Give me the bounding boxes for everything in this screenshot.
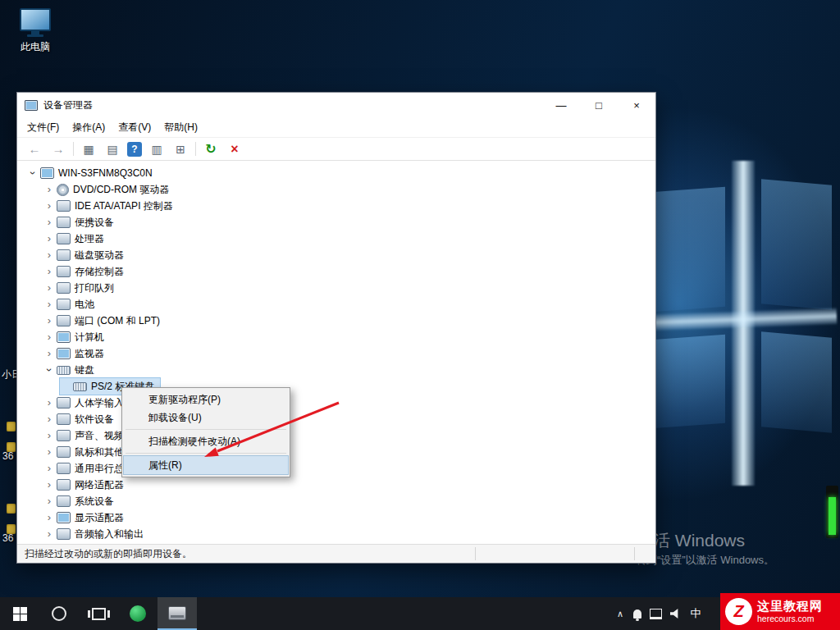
tree-item-display[interactable]: 显示适配器	[43, 509, 130, 526]
chevron-right-icon[interactable]	[43, 345, 55, 362]
tree-item-battery[interactable]: 电池	[43, 296, 100, 313]
tree-item-keyboard[interactable]: 键盘	[43, 362, 100, 378]
wallpaper-pane	[761, 179, 832, 310]
status-text: 扫描经过改动的或新的即插即用设备。	[25, 547, 192, 561]
tree-item-label: 端口 (COM 和 LPT)	[75, 314, 160, 328]
chevron-right-icon[interactable]	[43, 181, 55, 198]
tree-item-audio[interactable]: 音频输入和输出	[43, 526, 149, 542]
search-button[interactable]	[39, 597, 79, 630]
chevron-right-icon[interactable]	[43, 263, 55, 280]
tree-item-computer-root[interactable]: WIN-S3FNM8Q3C0N	[27, 165, 158, 181]
chevron-right-icon[interactable]	[43, 280, 55, 296]
desktop-icon-fragment[interactable]	[7, 422, 16, 431]
monitor-icon	[57, 348, 71, 359]
back-icon[interactable]: ←	[25, 140, 43, 158]
context-item-scan-changes[interactable]: 扫描检测硬件改动(A)	[124, 432, 288, 450]
chevron-down-icon[interactable]	[25, 167, 41, 179]
tree-item-network[interactable]: 网络适配器	[43, 477, 130, 493]
chevron-right-icon[interactable]	[43, 427, 55, 444]
chevron-right-icon[interactable]	[43, 411, 55, 427]
tree-item-label: 网络适配器	[75, 478, 124, 492]
desktop-icon-this-pc[interactable]: 此电脑	[7, 8, 64, 54]
tree-item-disk[interactable]: 磁盘驱动器	[43, 247, 130, 263]
tree-item-label: 系统设备	[75, 495, 114, 509]
chevron-right-icon[interactable]	[43, 444, 55, 460]
tree-item-system[interactable]: 系统设备	[43, 493, 120, 509]
tree-item-software-devices[interactable]: 软件设备	[43, 411, 120, 427]
ports-icon	[57, 315, 71, 326]
chevron-right-icon[interactable]	[43, 526, 55, 542]
device-manager-taskbar-button[interactable]	[158, 597, 197, 630]
pinned-app-button[interactable]	[118, 597, 158, 630]
tree-item-ports[interactable]: 端口 (COM 和 LPT)	[43, 313, 166, 329]
context-item-update-driver[interactable]: 更新驱动程序(P)	[124, 390, 288, 409]
usb-icon	[57, 463, 71, 474]
chevron-right-icon[interactable]	[43, 477, 55, 493]
desktop-icon-fragment[interactable]	[7, 504, 16, 514]
tree-item-storage[interactable]: 存储控制器	[43, 263, 130, 280]
context-item-uninstall-device[interactable]: 卸载设备(U)	[124, 409, 288, 427]
chevron-right-icon[interactable]	[43, 313, 55, 329]
tree-item-label: IDE ATA/ATAPI 控制器	[75, 199, 173, 213]
tree-item-processor[interactable]: 处理器	[43, 231, 110, 247]
minimize-button[interactable]: —	[542, 93, 580, 118]
show-hidden-icons-chevron[interactable]: ∧	[615, 609, 625, 619]
scan-hardware-icon[interactable]: ⊞	[171, 140, 189, 158]
network-icon[interactable]	[650, 609, 662, 619]
tree-item-ide[interactable]: IDE ATA/ATAPI 控制器	[43, 198, 179, 214]
hid-icon	[57, 397, 71, 409]
tree-item-label: 电池	[75, 298, 94, 312]
help-icon[interactable]: ?	[127, 142, 142, 157]
notification-bell-icon[interactable]	[633, 609, 641, 619]
chevron-right-icon[interactable]	[43, 214, 55, 231]
tree-item-label: 处理器	[75, 232, 104, 246]
context-menu-separator	[126, 453, 286, 454]
site-watermark-name: 这里教程网	[757, 599, 823, 614]
display-adapter-icon	[57, 512, 71, 523]
tree-item-monitor[interactable]: 监视器	[43, 345, 110, 362]
site-watermark: Z 这里教程网 herecours.com	[720, 593, 840, 630]
input-method-indicator[interactable]: 中	[689, 606, 702, 621]
task-view-icon	[92, 608, 106, 620]
tree-item-label: DVD/CD-ROM 驱动器	[73, 183, 169, 197]
forward-icon[interactable]: →	[49, 140, 67, 158]
tree-item-portable[interactable]: 便携设备	[43, 214, 120, 231]
green-level-indicator	[826, 486, 838, 538]
status-divider	[634, 547, 635, 560]
start-button[interactable]	[0, 597, 39, 630]
computer-icon-base	[27, 34, 43, 37]
tree-item-label: 存储控制器	[75, 265, 124, 279]
properties-icon[interactable]: ▤	[103, 140, 121, 158]
chevron-right-icon[interactable]	[43, 231, 55, 247]
menu-help[interactable]: 帮助(H)	[158, 118, 204, 137]
chevron-right-icon[interactable]	[43, 493, 55, 509]
chevron-right-icon[interactable]	[43, 395, 55, 411]
software-device-icon	[57, 413, 71, 425]
chevron-right-icon[interactable]	[43, 329, 55, 345]
chevron-right-icon[interactable]	[43, 460, 55, 477]
console-tree-icon[interactable]: ▦	[80, 140, 98, 158]
printer-icon	[57, 282, 71, 294]
tree-item-print-queue[interactable]: 打印队列	[43, 280, 120, 296]
close-button[interactable]: ×	[618, 93, 655, 118]
menu-view[interactable]: 查看(V)	[112, 118, 158, 137]
chevron-right-icon[interactable]	[43, 296, 55, 313]
context-item-properties[interactable]: 属性(R)	[124, 456, 288, 474]
update-driver-icon[interactable]: ↻	[202, 140, 220, 158]
menu-action[interactable]: 操作(A)	[66, 118, 112, 137]
title-bar[interactable]: 设备管理器 — □ ×	[17, 93, 655, 118]
maximize-button[interactable]: □	[580, 93, 618, 118]
chevron-right-icon[interactable]	[43, 509, 55, 526]
site-watermark-logo: Z	[725, 598, 752, 625]
volume-icon[interactable]	[670, 609, 681, 619]
uninstall-device-icon[interactable]: ×	[226, 140, 244, 158]
tree-item-label: 键盘	[75, 363, 94, 377]
menu-file[interactable]: 文件(F)	[21, 118, 66, 137]
task-view-button[interactable]	[79, 597, 118, 630]
chevron-right-icon[interactable]	[43, 247, 55, 263]
tree-item-computer[interactable]: 计算机	[43, 329, 110, 345]
standard-view-icon[interactable]: ▥	[148, 140, 166, 158]
chevron-right-icon[interactable]	[43, 198, 55, 214]
tree-item-dvd[interactable]: DVD/CD-ROM 驱动器	[43, 181, 175, 198]
chevron-down-icon[interactable]	[41, 364, 57, 376]
